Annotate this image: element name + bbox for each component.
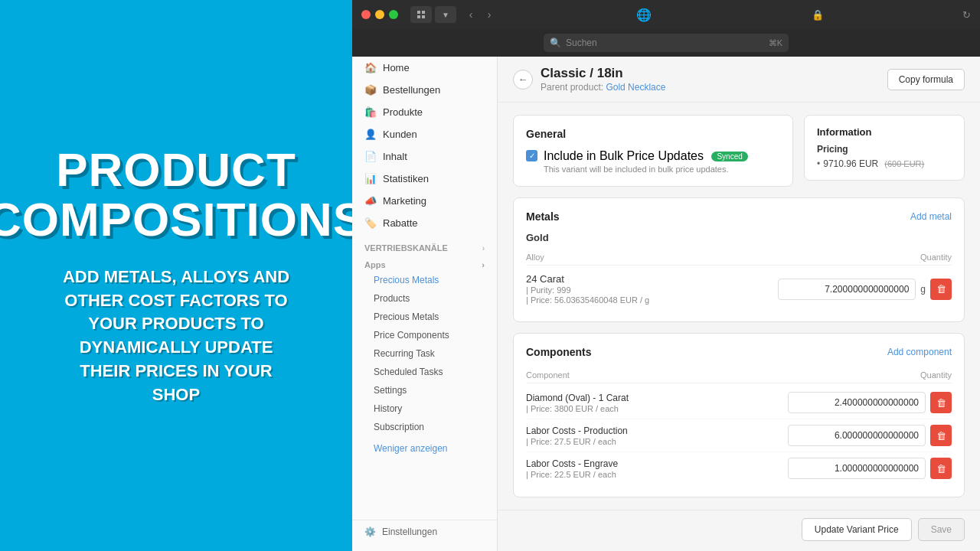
stats-icon: 📊 [364, 173, 377, 184]
maximize-button[interactable] [389, 10, 398, 19]
parent-link[interactable]: Gold Necklace [606, 82, 665, 93]
sidebar-label-home: Home [383, 62, 410, 73]
component-name-diamond: Diamond (Oval) - 1 Carat [526, 393, 788, 403]
lock-icon: 🔒 [812, 9, 824, 21]
copy-formula-button[interactable]: Copy formula [887, 69, 965, 90]
add-component-btn[interactable]: Add component [887, 347, 952, 357]
checkbox-label: Include in Bulk Price Updates Synced [544, 149, 748, 163]
sidebar-sub-subscription[interactable]: Subscription [352, 418, 497, 436]
checkbox-text-area: Include in Bulk Price Updates Synced Thi… [544, 149, 748, 174]
update-variant-price-button[interactable]: Update Variant Price [802, 518, 912, 541]
sidebar-sub-price-components[interactable]: Price Components [352, 326, 497, 344]
original-price: (600 EUR) [884, 159, 924, 168]
minimize-button[interactable] [375, 10, 384, 19]
components-card-header: Components Add component [526, 346, 952, 358]
discounts-icon: 🏷️ [364, 217, 377, 229]
sidebar-label-bestellungen: Bestellungen [383, 84, 440, 96]
metal-info: 24 Carat | Purity: 999 | Price: 56.03635… [526, 273, 778, 305]
component-info-labor-prod: Labor Costs - Production | Price: 27.5 E… [526, 425, 788, 446]
synced-badge: Synced [711, 152, 747, 161]
delete-metal-btn[interactable]: 🗑 [930, 279, 952, 300]
general-card-header: General [526, 128, 780, 140]
main-content: ← Classic / 18in Parent product: Gold Ne… [498, 57, 980, 551]
sidebar-label-rabatte: Rabatte [383, 217, 418, 229]
information-title: Information [817, 126, 952, 138]
page-subtitle: Parent product: Gold Necklace [541, 82, 880, 93]
refresh-icon[interactable]: ↻ [962, 9, 971, 21]
app-window: 🏠 Home 📦 Bestellungen 🛍️ Produkte 👤 Kund… [352, 57, 980, 551]
delete-component-btn-labor-prod[interactable]: 🗑 [930, 425, 952, 446]
sidebar-item-bestellungen[interactable]: 📦 Bestellungen [352, 79, 497, 101]
information-column: Information Pricing 9710.96 EUR (600 EUR… [804, 115, 965, 187]
sidebar-sub-precious-metals-active[interactable]: Precious Metals [352, 271, 497, 289]
svg-rect-0 [417, 11, 420, 14]
parent-label: Parent product: [541, 82, 603, 93]
component-info-diamond: Diamond (Oval) - 1 Carat | Price: 3800 E… [526, 393, 788, 413]
dropdown-btn[interactable]: ▼ [435, 6, 456, 23]
sidebar-item-inhalt[interactable]: 📄 Inhalt [352, 145, 497, 168]
sidebar-sub-scheduled-tasks[interactable]: Scheduled Tasks [352, 363, 497, 381]
sidebar-item-kunden[interactable]: 👤 Kunden [352, 123, 497, 145]
component-quantity-input-labor-prod[interactable] [788, 425, 926, 446]
checkbox-desc: This variant will be included in bulk pr… [544, 165, 748, 174]
sidebar-label-inhalt: Inhalt [383, 151, 407, 162]
back-button[interactable]: ← [513, 70, 533, 90]
component-quantity-input-labor-engrave[interactable] [788, 458, 926, 479]
component-row-labor-production: Labor Costs - Production | Price: 27.5 E… [526, 419, 952, 452]
sidebar-item-produkte[interactable]: 🛍️ Produkte [352, 101, 497, 123]
marketing-icon: 📣 [364, 195, 377, 207]
pricing-subtitle: Pricing [817, 144, 952, 155]
sales-channels-section: Vertriebskanäle › [352, 234, 497, 256]
metal-quantity-input[interactable] [778, 279, 916, 300]
sidebar-less-btn[interactable]: Weniger anzeigen [352, 439, 497, 458]
save-button[interactable]: Save [918, 518, 965, 541]
component-name-labor-engrave: Labor Costs - Engrave [526, 458, 788, 469]
search-shortcut: ⌘K [769, 38, 782, 48]
checkbox-include[interactable]: ✓ [526, 150, 537, 161]
forward-nav-btn[interactable]: › [481, 6, 498, 23]
component-price-labor-prod: | Price: 27.5 EUR / each [526, 437, 788, 446]
checkmark-icon: ✓ [529, 152, 535, 160]
metal-price: | Price: 56.03635460048 EUR / g [526, 295, 778, 305]
metals-card: Metals Add metal Gold Alloy Quantity 24 … [513, 197, 965, 322]
back-nav-btn[interactable]: ‹ [462, 6, 479, 23]
sidebar-item-statistiken[interactable]: 📊 Statistiken [352, 168, 497, 190]
search-field[interactable]: 🔍 Suchen ⌘K [544, 34, 789, 52]
component-price-labor-engrave: | Price: 22.5 EUR / each [526, 470, 788, 479]
component-price-diamond: | Price: 3800 EUR / each [526, 404, 788, 413]
component-info-labor-engrave: Labor Costs - Engrave | Price: 22.5 EUR … [526, 458, 788, 479]
home-icon: 🏠 [364, 62, 377, 73]
metal-group-label: Gold [526, 232, 952, 243]
content-body: General ✓ Include in Bulk Price Updates … [498, 103, 980, 510]
sidebar-sub-history[interactable]: History [352, 399, 497, 418]
components-table-header: Component Quantity [526, 367, 952, 383]
add-metal-btn[interactable]: Add metal [910, 211, 952, 222]
component-name-labor-prod: Labor Costs - Production [526, 425, 788, 436]
sidebar-item-marketing[interactable]: 📣 Marketing [352, 190, 497, 212]
component-row-diamond: Diamond (Oval) - 1 Carat | Price: 3800 E… [526, 386, 952, 419]
metals-table-header: Alloy Quantity [526, 249, 952, 266]
sidebar-sub-precious-metals[interactable]: Precious Metals [352, 308, 497, 326]
delete-component-btn-labor-engrave[interactable]: 🗑 [930, 458, 952, 479]
top-section: General ✓ Include in Bulk Price Updates … [513, 115, 965, 187]
sidebar-footer-settings[interactable]: ⚙️ Einstellungen [352, 520, 497, 543]
component-quantity-input-diamond[interactable] [788, 392, 926, 413]
titlebar-controls: ▼ [410, 6, 456, 23]
general-card: General ✓ Include in Bulk Price Updates … [513, 115, 793, 187]
sidebar-sub-products[interactable]: Products [352, 289, 497, 308]
delete-component-btn-diamond[interactable]: 🗑 [930, 392, 952, 413]
bulk-price-row: ✓ Include in Bulk Price Updates Synced T… [526, 149, 780, 174]
main-topbar: ← Classic / 18in Parent product: Gold Ne… [498, 57, 980, 103]
sidebar-item-home[interactable]: 🏠 Home [352, 57, 497, 79]
tab-view-btn[interactable] [410, 6, 432, 23]
sidebar-sub-settings[interactable]: Settings [352, 381, 497, 399]
page-title: Classic / 18in [541, 66, 880, 81]
comp-quantity-col-header: Quantity [776, 370, 952, 380]
sidebar-label-statistiken: Statistiken [383, 173, 429, 184]
left-panel: PRODUCTCOMPOSITIONS ADD METALS, ALLOYS A… [0, 0, 352, 551]
sidebar-sub-recurring-task[interactable]: Recurring Task [352, 344, 497, 363]
content-icon: 📄 [364, 151, 377, 162]
close-button[interactable] [361, 10, 371, 19]
nav-buttons: ‹ › [462, 6, 498, 23]
sidebar-item-rabatte[interactable]: 🏷️ Rabatte [352, 212, 497, 234]
